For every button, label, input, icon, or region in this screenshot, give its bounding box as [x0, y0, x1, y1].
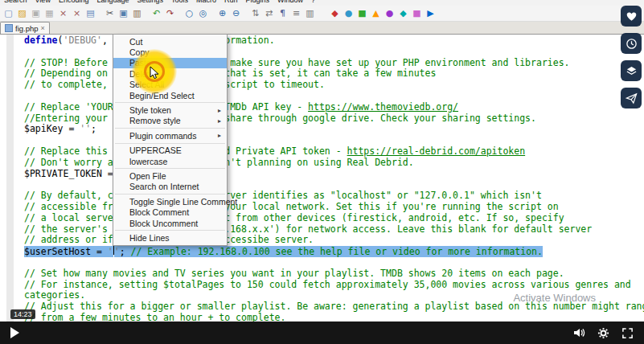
context-menu-item-cut[interactable]: Cut: [113, 36, 227, 47]
tab-label: fig.php: [15, 24, 39, 33]
plugin-icon-4[interactable]: ▲: [370, 7, 382, 19]
sync-scroll-horizontal-icon[interactable]: ⇄: [263, 7, 275, 19]
menu-language[interactable]: Language: [92, 0, 133, 6]
timestamp-chip: 14:23: [10, 309, 35, 319]
show-all-characters-icon[interactable]: ≡: [290, 7, 302, 19]
paste-icon[interactable]: ▥: [131, 7, 143, 19]
plugin-icon-8[interactable]: ▶: [425, 7, 437, 19]
new-file-icon[interactable]: ▢: [2, 7, 14, 19]
indent-guide-icon[interactable]: ▥: [304, 7, 316, 19]
save-all-icon[interactable]: ▦: [43, 7, 55, 19]
context-menu-item-paste[interactable]: Paste: [113, 58, 227, 68]
share-button[interactable]: [621, 88, 642, 109]
menu-help[interactable]: ?: [307, 0, 319, 6]
paper-plane-icon: [626, 92, 638, 104]
video-overlay-buttons: [621, 6, 642, 109]
open-file-icon[interactable]: ▨: [16, 7, 28, 19]
find-icon[interactable]: ○: [183, 7, 195, 19]
menu-item-label: Block Comment: [129, 207, 189, 217]
play-button[interactable]: [10, 327, 19, 338]
menu-item-label: Paste: [129, 58, 151, 68]
plugin-icon-5[interactable]: ●: [384, 7, 396, 19]
zoom-in-icon[interactable]: ⊕: [216, 7, 228, 19]
menu-view[interactable]: View: [31, 0, 55, 6]
context-menu-item-delete[interactable]: Delete: [113, 68, 227, 79]
context-menu-item-begin-end-select[interactable]: Begin/End Select: [113, 90, 227, 100]
context-menu-item-block-uncomment[interactable]: Block Uncomment: [113, 218, 227, 228]
context-menu-item-select-all[interactable]: Select All: [113, 80, 227, 90]
close-all-icon[interactable]: ×: [71, 7, 83, 19]
toolbar-separator: [211, 7, 216, 19]
print-icon[interactable]: ▤: [84, 7, 96, 19]
sync-scroll-vertical-icon[interactable]: ⇅: [249, 7, 261, 19]
menu-settings[interactable]: Settings: [133, 0, 167, 6]
menu-item-label: Cut: [129, 37, 142, 47]
context-menu-item-open-file[interactable]: Open File: [113, 170, 227, 181]
menu-plugins[interactable]: Plugins: [242, 0, 274, 6]
volume-icon: [572, 326, 585, 339]
save-to-playlist-button[interactable]: [621, 60, 642, 81]
menu-item-label: Search on Internet: [129, 182, 199, 191]
cut-icon[interactable]: ✂: [104, 7, 116, 19]
watch-later-button[interactable]: [621, 33, 642, 54]
context-menu-item-copy[interactable]: Copy: [113, 47, 227, 57]
code-text: categories.: [24, 289, 85, 301]
plugin-icon-2[interactable]: ●: [343, 7, 355, 19]
menu-macro[interactable]: Macro: [192, 0, 220, 6]
redo-icon[interactable]: ↷: [164, 7, 176, 19]
context-menu-item-uppercase[interactable]: UPPERCASE: [113, 145, 227, 156]
video-frame: SearchViewEncodingLanguageSettingsToolsM…: [0, 0, 644, 344]
word-wrap-icon[interactable]: ¶: [277, 7, 289, 19]
code-text: ': [108, 246, 113, 257]
code-text: ;: [120, 246, 131, 257]
undo-icon[interactable]: ↶: [150, 7, 162, 19]
context-menu-item-block-comment[interactable]: Block Comment: [113, 207, 227, 217]
gear-icon: [597, 327, 609, 339]
save-icon[interactable]: ▣: [30, 7, 42, 19]
tab-close-icon[interactable]: ×: [41, 25, 45, 32]
zoom-out-icon[interactable]: ⊖: [230, 7, 242, 19]
code-text: // STOP! Before running this script, mak…: [24, 57, 570, 68]
code-text: '': [80, 123, 91, 134]
plugin-icon-3[interactable]: ■: [356, 7, 368, 19]
menu-item-label: Copy: [129, 47, 150, 57]
context-menu-item-remove-style[interactable]: Remove style▸: [113, 116, 227, 126]
code-text: // from a few minutes to an hour + to co…: [24, 312, 285, 321]
like-button[interactable]: [621, 6, 642, 27]
context-menu-item-toggle-single-line-comment[interactable]: Toggle Single Line Comment: [113, 196, 227, 207]
code-line: // For instance, setting $totalPages to …: [24, 280, 644, 291]
tab-config-php[interactable]: fig.php ×: [0, 22, 50, 34]
menu-search[interactable]: Search: [0, 0, 31, 6]
menu-run[interactable]: Run: [220, 0, 242, 6]
close-file-icon[interactable]: ×: [57, 7, 69, 19]
menu-separator: [115, 194, 225, 195]
code-line: $userSetHost = ''; // Example: 192.168.0…: [24, 246, 644, 257]
context-menu-item-search-on-internet[interactable]: Search on Internet: [113, 182, 227, 192]
menu-separator: [115, 128, 225, 129]
code-text: // accessible from other devices on your…: [24, 201, 559, 212]
menu-window[interactable]: Window: [273, 0, 307, 6]
replace-icon[interactable]: ◎: [197, 7, 209, 19]
menu-item-label: Select All: [129, 80, 164, 89]
toolbar: ▢▨▣▦××▤✂▣▥↶↷○◎⊕⊖⇅⇄¶≡▥◆●■▲●◆■▶: [0, 6, 644, 22]
fullscreen-button[interactable]: [621, 327, 634, 339]
context-menu-item-plugin-commands[interactable]: Plugin commands▸: [113, 130, 227, 141]
plugin-icon-7[interactable]: ■: [411, 7, 423, 19]
settings-button[interactable]: [597, 327, 609, 339]
toolbar-separator: [98, 7, 104, 19]
menu-encoding[interactable]: Encoding: [55, 0, 93, 6]
plugin-icon-6[interactable]: ◆: [397, 7, 409, 19]
fullscreen-icon: [621, 327, 634, 339]
layers-icon: [626, 65, 638, 77]
menu-item-label: Remove style: [129, 116, 181, 125]
volume-button[interactable]: [572, 326, 585, 339]
editor[interactable]: define('DEBUG', false); // Debug informa…: [0, 35, 644, 321]
context-menu-item-hide-lines[interactable]: Hide Lines: [113, 232, 227, 243]
context-menu-item-style-token[interactable]: Style token▸: [113, 104, 227, 115]
heart-icon: [626, 10, 638, 23]
menu-tools[interactable]: Tools: [167, 0, 192, 6]
context-menu-item-lowercase[interactable]: lowercase: [113, 156, 227, 166]
plugin-icon-1[interactable]: ◆: [329, 7, 341, 19]
copy-icon[interactable]: ▣: [117, 7, 129, 19]
code-line: // from a few minutes to an hour + to co…: [24, 313, 644, 321]
